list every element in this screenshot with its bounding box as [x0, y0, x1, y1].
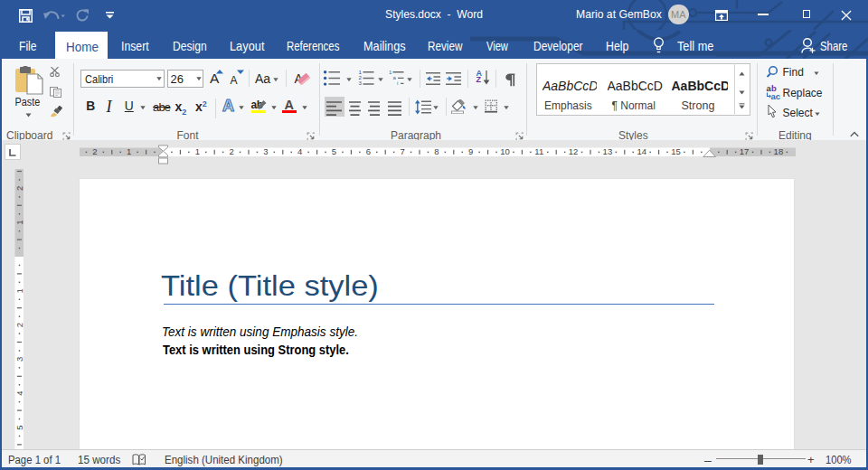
svg-text:11: 11	[534, 146, 543, 156]
svg-text:2: 2	[14, 186, 24, 191]
svg-text:9: 9	[468, 146, 473, 156]
svg-text:4: 4	[14, 391, 24, 396]
svg-text:6: 6	[366, 146, 371, 156]
svg-text:8: 8	[434, 146, 439, 156]
svg-text:14: 14	[637, 146, 646, 156]
svg-text:3: 3	[263, 146, 268, 156]
svg-text:5: 5	[332, 146, 336, 156]
svg-text:2: 2	[92, 146, 97, 156]
svg-text:13: 13	[603, 146, 613, 156]
svg-text:1: 1	[14, 288, 24, 293]
svg-text:3: 3	[359, 80, 363, 86]
svg-text:7: 7	[400, 146, 404, 156]
svg-text:i: i	[397, 80, 398, 86]
svg-text:2: 2	[229, 146, 233, 156]
svg-text:18: 18	[774, 146, 784, 156]
svg-text:ac: ac	[771, 91, 781, 100]
svg-text:15: 15	[671, 146, 681, 156]
svg-text:1: 1	[389, 70, 392, 75]
svg-text:4: 4	[297, 146, 302, 156]
svg-text:1: 1	[127, 146, 131, 156]
svg-text:3: 3	[14, 357, 24, 362]
svg-text:5: 5	[14, 425, 24, 429]
svg-text:10: 10	[500, 146, 510, 156]
svg-text:17: 17	[740, 146, 750, 156]
svg-text:1: 1	[195, 146, 200, 156]
svg-text:a: a	[392, 75, 396, 80]
svg-text:2: 2	[14, 323, 24, 327]
svg-text:1: 1	[14, 221, 24, 225]
svg-text:12: 12	[569, 146, 579, 156]
